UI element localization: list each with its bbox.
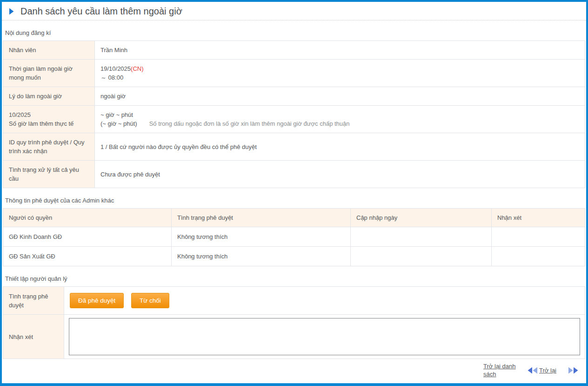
table-row: ID quy trình phê duyệt / Quy trình xác n… — [3, 133, 585, 161]
table-row: Tình trạng phê duyệt Đã phê duyệt Từ chố… — [3, 287, 585, 315]
row-label-approval-status: Tình trạng phê duyệt — [3, 287, 64, 315]
reject-button[interactable]: Từ chối — [131, 293, 169, 308]
double-chevron-left-icon — [527, 367, 538, 374]
section-label-manager-settings: Thiết lập người quản lý — [5, 275, 583, 282]
col-header-comment: Nhận xét — [492, 209, 585, 227]
table-row: Nhận xét — [3, 315, 585, 359]
row-label-desired-time: Thời gian làm ngoài giờ mong muốn — [3, 60, 95, 87]
row-label-reason: Lý do làm ngoài giờ — [3, 87, 95, 106]
overtime-request-detail-page: { "page": { "title": "Danh sách yêu cầu … — [0, 0, 588, 386]
table-row: 10/2025 Số giờ làm thêm thực tế ~ giờ ~ … — [3, 106, 585, 133]
actual-hours-value: ~ giờ ~ phút — [100, 110, 579, 119]
section-label-admin-approvals: Thông tin phê duyệt của các Admin khác — [5, 197, 583, 204]
back-to-list-link[interactable]: Trở lại danh sách — [483, 362, 516, 378]
row-label-overall-status: Tình trạng xử lý tất cả yêu cầu — [3, 161, 95, 188]
table-row: GĐ Kinh Doanh GĐ Không tương thích — [3, 227, 585, 247]
approver-name: GĐ Kinh Doanh GĐ — [3, 227, 172, 247]
approver-updated — [351, 247, 492, 266]
col-header-status: Tình trạng phê duyệt — [172, 209, 351, 227]
actual-hours-month: 10/2025 — [9, 110, 89, 119]
comment-textarea[interactable] — [69, 318, 580, 355]
table-row: Thời gian làm ngoài giờ mong muốn 19/10/… — [3, 60, 585, 87]
desired-date: 19/10/2025 — [100, 65, 131, 72]
comment-cell — [64, 315, 585, 359]
approve-button[interactable]: Đã phê duyệt — [70, 293, 124, 308]
approval-actions-cell: Đã phê duyệt Từ chối — [64, 287, 585, 315]
admin-approvals-table: Người có quyền Tình trạng phê duyệt Cập … — [3, 208, 585, 266]
table-row: Nhân viên Trần Minh — [3, 41, 585, 60]
footer-navigation: Trở lại danh sách Trở lại — [3, 359, 585, 382]
row-value-reason: ngoài giờ — [95, 87, 585, 106]
col-header-approver: Người có quyền — [3, 209, 172, 227]
row-value-actual-hours: ~ giờ ~ phút (~ giờ ~ phút)Số trong dấu … — [95, 106, 585, 133]
table-header-row: Người có quyền Tình trạng phê duyệt Cập … — [3, 209, 585, 227]
col-header-updated: Cập nhập ngày — [351, 209, 492, 227]
title-bar: Danh sách yêu cầu làm thêm ngoài giờ — [2, 2, 586, 20]
chevron-right-icon — [8, 7, 15, 15]
registration-table: Nhân viên Trần Minh Thời gian làm ngoài … — [3, 41, 585, 188]
approver-comment — [492, 247, 585, 266]
manager-settings-table: Tình trạng phê duyệt Đã phê duyệt Từ chố… — [3, 286, 585, 359]
desired-end-time: ～ 08:00 — [100, 73, 579, 82]
table-row: Lý do làm ngoài giờ ngoài giờ — [3, 87, 585, 106]
actual-hours-note: Số trong dấu ngoặc đơn là số giờ xin làm… — [149, 120, 350, 127]
actual-hours-label: Số giờ làm thêm thực tế — [9, 119, 89, 128]
section-label-registration: Nội dung đăng kí — [5, 29, 583, 36]
approver-status: Không tương thích — [172, 227, 351, 247]
page-content: Nội dung đăng kí Nhân viên Trần Minh Thờ… — [2, 29, 586, 382]
next-page-control[interactable] — [568, 367, 579, 374]
approved-hours-value: (~ giờ ~ phút) — [100, 120, 137, 127]
row-label-actual-hours: 10/2025 Số giờ làm thêm thực tế — [3, 106, 95, 133]
double-chevron-right-icon — [568, 367, 579, 374]
row-label-employee: Nhân viên — [3, 41, 95, 60]
row-value-workflow: 1 / Bất cứ người nào được ủy quyền đều c… — [95, 133, 585, 161]
approver-comment — [492, 227, 585, 247]
row-label-workflow: ID quy trình phê duyệt / Quy trình xác n… — [3, 133, 95, 161]
approver-name: GĐ Sản Xuất GĐ — [3, 247, 172, 266]
row-label-comment: Nhận xét — [3, 315, 64, 359]
row-value-employee: Trần Minh — [95, 41, 585, 60]
row-value-desired-time: 19/10/2025(CN) ～ 08:00 — [95, 60, 585, 87]
desired-weekday: (CN) — [131, 65, 143, 72]
approver-status: Không tương thích — [172, 247, 351, 266]
row-value-overall-status: Chưa được phê duyệt — [95, 161, 585, 188]
previous-page-control[interactable]: Trở lại — [527, 366, 556, 374]
back-link[interactable]: Trở lại — [539, 366, 556, 374]
table-row: GĐ Sản Xuất GĐ Không tương thích — [3, 247, 585, 266]
page-title: Danh sách yêu cầu làm thêm ngoài giờ — [20, 6, 182, 17]
approver-updated — [351, 227, 492, 247]
table-row: Tình trạng xử lý tất cả yêu cầu Chưa đượ… — [3, 161, 585, 188]
